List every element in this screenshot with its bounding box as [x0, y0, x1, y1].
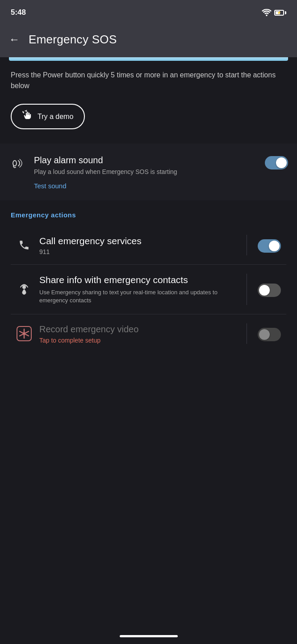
- demo-svg-icon: [22, 110, 33, 121]
- back-button[interactable]: ←: [7, 31, 21, 47]
- alarm-sound-toggle[interactable]: [265, 156, 288, 169]
- description-section: Press the Power button quickly 5 times o…: [0, 61, 297, 98]
- share-info-wrapper: Share info with emergency contacts Use E…: [0, 265, 297, 314]
- wifi-icon: [262, 9, 272, 16]
- alarm-icon: [9, 156, 25, 170]
- record-video-icon: [16, 326, 32, 342]
- tap-setup-text[interactable]: Tap to complete setup: [39, 337, 238, 344]
- share-toggle-wrap: [258, 284, 281, 297]
- record-video-toggle: [258, 328, 281, 341]
- phone-icon: [16, 239, 32, 251]
- bottom-bar: [0, 628, 297, 644]
- alarm-sound-row: Play alarm sound Play a loud sound when …: [0, 144, 297, 200]
- alarm-sound-section: Play alarm sound Play a loud sound when …: [0, 144, 297, 200]
- share-info-subtitle: Use Emergency sharing to text your real-…: [39, 288, 238, 305]
- alarm-svg-icon: [10, 156, 24, 170]
- record-video-row: Record emergency video Tap to complete s…: [7, 314, 290, 353]
- share-divider: [247, 274, 247, 305]
- battery-icon: ⚡: [274, 10, 286, 16]
- record-video-title: Record emergency video: [39, 323, 238, 335]
- home-pill[interactable]: [120, 635, 178, 637]
- alarm-sound-title: Play alarm sound: [34, 154, 256, 166]
- share-info-icon: [16, 281, 32, 297]
- record-video-content: Record emergency video Tap to complete s…: [39, 323, 238, 344]
- alarm-toggle-wrap: [265, 156, 288, 169]
- status-bar: 5:48 ⚡: [0, 0, 297, 23]
- phone-svg-icon: [18, 239, 30, 251]
- record-video-wrapper: Record emergency video Tap to complete s…: [0, 314, 297, 353]
- share-info-title: Share info with emergency contacts: [39, 274, 238, 286]
- page-title: Emergency SOS: [29, 33, 117, 47]
- header: ← Emergency SOS: [0, 23, 297, 57]
- emergency-actions-header: Emergency actions: [0, 200, 297, 226]
- call-emergency-subtitle: 911: [39, 248, 238, 255]
- description-text: Press the Power button quickly 5 times o…: [11, 70, 286, 91]
- try-demo-label: Try a demo: [38, 113, 73, 121]
- record-toggle-wrap: [258, 328, 281, 341]
- svg-point-5: [23, 332, 25, 335]
- call-emergency-wrapper: Call emergency services 911: [0, 226, 297, 264]
- demo-button-wrap: Try a demo: [0, 98, 297, 144]
- banner-top: [9, 57, 288, 61]
- share-info-svg-icon: [17, 281, 31, 297]
- try-demo-button[interactable]: Try a demo: [11, 104, 85, 129]
- call-emergency-toggle[interactable]: [258, 239, 281, 253]
- status-icons: ⚡: [262, 9, 286, 16]
- alarm-sound-subtitle: Play a loud sound when Emergency SOS is …: [34, 168, 256, 177]
- test-sound-link[interactable]: Test sound: [34, 182, 67, 190]
- bottom-spacer: [0, 353, 297, 380]
- record-video-svg-icon: [16, 326, 32, 342]
- share-info-toggle[interactable]: [258, 284, 281, 297]
- call-emergency-title: Call emergency services: [39, 235, 238, 247]
- call-divider: [247, 235, 247, 255]
- alarm-sound-content: Play alarm sound Play a loud sound when …: [34, 154, 256, 197]
- call-emergency-row: Call emergency services 911: [7, 226, 290, 264]
- demo-icon: [22, 110, 33, 123]
- svg-point-0: [13, 161, 17, 166]
- call-emergency-content: Call emergency services 911: [39, 235, 238, 255]
- status-time: 5:48: [11, 8, 26, 17]
- share-info-row: Share info with emergency contacts Use E…: [7, 265, 290, 314]
- record-divider: [247, 323, 247, 344]
- call-toggle-wrap: [258, 239, 281, 253]
- share-info-content: Share info with emergency contacts Use E…: [39, 274, 238, 305]
